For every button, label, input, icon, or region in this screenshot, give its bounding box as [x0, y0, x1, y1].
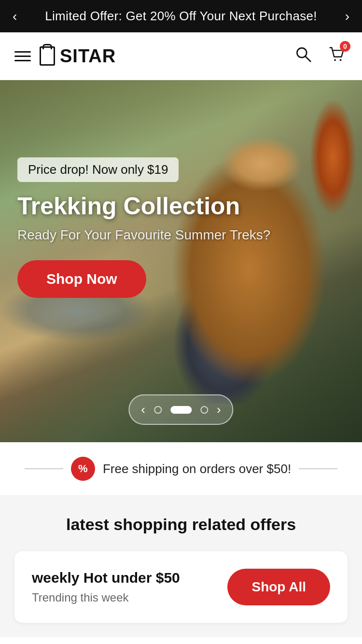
- shop-now-button[interactable]: Shop Now: [17, 260, 146, 298]
- offer-card-title: weekly Hot under $50: [32, 570, 180, 586]
- price-badge: Price drop! Now only $19: [17, 157, 179, 182]
- hero-tree: [304, 99, 362, 244]
- logo-text: SITAR: [60, 46, 116, 67]
- offer-card-subtitle: Trending this week: [32, 591, 180, 604]
- top-banner: ‹ Limited Offer: Get 20% Off Your Next P…: [0, 0, 362, 32]
- search-button[interactable]: [292, 43, 314, 69]
- hamburger-line-2: [14, 56, 31, 57]
- carousel-dot-3[interactable]: [200, 406, 208, 414]
- section-title: latest shopping related offers: [14, 515, 348, 534]
- hero-content: Price drop! Now only $19 Trekking Collec…: [17, 157, 270, 298]
- hamburger-line-1: [14, 51, 31, 53]
- header-right: 0: [292, 43, 348, 69]
- carousel-dot-1[interactable]: [154, 406, 162, 414]
- latest-offers-section: latest shopping related offers weekly Ho…: [0, 496, 362, 637]
- hamburger-line-3: [14, 60, 31, 61]
- offer-card-left: weekly Hot under $50 Trending this week: [32, 570, 180, 604]
- carousel-dot-2[interactable]: [170, 406, 192, 414]
- offer-card: weekly Hot under $50 Trending this week …: [14, 551, 348, 623]
- logo[interactable]: SITAR: [40, 46, 116, 67]
- search-icon: [294, 45, 312, 63]
- hero-subtitle: Ready For Your Favourite Summer Treks?: [17, 227, 270, 243]
- cart-badge: 0: [340, 41, 350, 52]
- carousel-indicators: ‹ ›: [128, 394, 233, 425]
- svg-line-1: [306, 56, 311, 62]
- hero-title: Trekking Collection: [17, 193, 270, 221]
- logo-icon: [40, 46, 55, 66]
- carousel-prev-arrow[interactable]: ‹: [141, 402, 145, 417]
- shop-all-button[interactable]: Shop All: [227, 569, 330, 605]
- shipping-banner: % Free shipping on orders over $50!: [0, 442, 362, 496]
- header-left: SITAR: [14, 46, 116, 67]
- carousel-next-arrow[interactable]: ›: [217, 402, 221, 417]
- cart-button[interactable]: 0: [325, 43, 348, 69]
- discount-badge: %: [71, 457, 95, 481]
- shipping-line-left: [25, 468, 63, 469]
- svg-point-2: [334, 59, 336, 61]
- banner-next-arrow[interactable]: ›: [337, 5, 357, 28]
- svg-point-3: [340, 59, 342, 61]
- shipping-line-right: [299, 468, 337, 469]
- hero-section: Price drop! Now only $19 Trekking Collec…: [0, 80, 362, 442]
- banner-prev-arrow[interactable]: ‹: [5, 5, 25, 28]
- header: SITAR 0: [0, 32, 362, 80]
- banner-text: Limited Offer: Get 20% Off Your Next Pur…: [45, 9, 317, 23]
- shipping-text: Free shipping on orders over $50!: [103, 462, 291, 476]
- menu-button[interactable]: [14, 51, 31, 61]
